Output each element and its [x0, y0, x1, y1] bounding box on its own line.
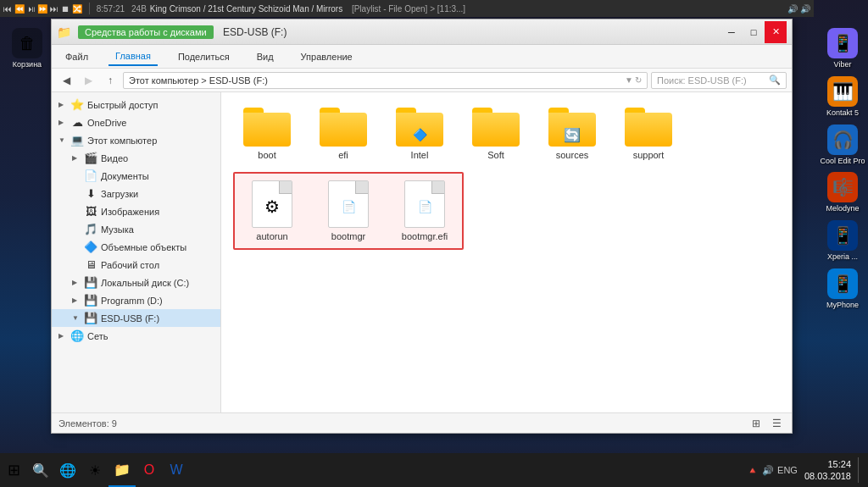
taskbar-clock[interactable]: 15:24 08.03.2018 — [804, 458, 851, 483]
address-path[interactable]: Этот компьютер > ESD-USB (F:) ▼ ↻ — [123, 72, 648, 89]
files-area: boot efi — [221, 92, 792, 412]
task-view-button[interactable]: ☀ — [81, 453, 108, 487]
view-controls: ⊞ ☰ — [748, 416, 785, 431]
sidebar-item-downloads[interactable]: ⬇ Загрузки — [52, 185, 220, 202]
dropdown-arrow-icon[interactable]: ▼ — [625, 75, 633, 85]
desktop-icon-kontakt[interactable]: 🎹 Kontakt 5 — [819, 76, 866, 118]
file-item-autorun[interactable]: ⚙ autorun — [238, 177, 306, 245]
sidebar-item-diskd[interactable]: ▶ 💾 Programm (D:) — [52, 291, 220, 309]
sidebar-item-3dobjects[interactable]: 🔷 Объемные объекты — [52, 238, 220, 256]
up-button[interactable]: ↑ — [101, 71, 120, 90]
file-item-bootmgr[interactable]: 📄 bootmgr — [314, 177, 382, 245]
maximize-button[interactable]: □ — [743, 21, 765, 43]
expand-icon: ▼ — [72, 314, 81, 322]
media-bar: ⏮ ⏪ ⏯ ⏩ ⏭ ⏹ 🔀 8:57:21 24B King Crimson /… — [0, 0, 814, 17]
documents-icon: 📄 — [84, 169, 97, 182]
sidebar-item-esdusb[interactable]: ▼ 💾 ESD-USB (F:) — [52, 309, 220, 327]
desktop-icon-myphone[interactable]: 📱 MyPhone — [819, 268, 866, 310]
images-icon: 🖼 — [84, 205, 97, 218]
desktop-icons-area: 📱 Viber 🎹 Kontakt 5 🎧 Cool Edit Pro 🎼 Me… — [817, 21, 868, 317]
back-button[interactable]: ◀ — [57, 71, 75, 90]
file-item-soft[interactable]: Soft — [462, 104, 530, 163]
forward-button[interactable]: ▶ — [79, 71, 97, 90]
breadcrumb: Этот компьютер > ESD-USB (F:) — [129, 75, 268, 86]
video-icon: 🎬 — [84, 152, 97, 164]
search-box[interactable]: Поиск: ESD-USB (F:) 🔍 — [651, 72, 787, 89]
sidebar-item-documents[interactable]: 📄 Документы — [52, 167, 220, 185]
sidebar-item-onedrive[interactable]: ▶ ☁ OneDrive — [52, 113, 220, 131]
media-vol-controls[interactable]: 🔊 🔊 — [787, 4, 810, 14]
explorer-icon: 📁 — [57, 25, 71, 39]
efi-file-icon: 📄 — [404, 180, 445, 228]
sidebar-item-thispc[interactable]: ▼ 💻 Этот компьютер — [52, 131, 220, 149]
language-indicator[interactable]: ENG — [777, 465, 798, 475]
show-desktop-button[interactable] — [858, 457, 861, 483]
sidebar-item-diskc[interactable]: ▶ 💾 Локальный диск (C:) — [52, 274, 220, 291]
file-item-support[interactable]: support — [615, 104, 682, 163]
opera-button[interactable]: O — [136, 453, 163, 487]
expand-icon: ▶ — [72, 279, 81, 286]
file-item-bootmgrefi[interactable]: 📄 bootmgr.efi — [391, 177, 459, 245]
file-item-efi[interactable]: efi — [309, 104, 377, 163]
title-bar-ribbon-label: Средства работы с дисками ESD-USB (F:) — [78, 26, 717, 38]
tab-home[interactable]: Главная — [108, 47, 158, 66]
diskd-icon: 💾 — [84, 294, 97, 307]
settings-file-icon: ⚙ — [252, 180, 292, 228]
volume-icon[interactable]: 🔊 — [762, 465, 774, 476]
desktop-icon-melodyne[interactable]: 🎼 Melodyne — [819, 172, 866, 213]
close-button[interactable]: ✕ — [765, 21, 787, 43]
file-item-sources[interactable]: 🔄 sources — [538, 104, 606, 163]
downloads-icon: ⬇ — [84, 187, 97, 200]
melodyne-icon: 🎼 — [827, 172, 858, 202]
playlist-info: [Playlist - File Open] > [11:3...] — [352, 4, 465, 14]
desktop-icon-cooledpro[interactable]: 🎧 Cool Edit Pro — [819, 125, 866, 166]
sidebar-item-quickaccess[interactable]: ▶ ⭐ Быстрый доступ — [52, 96, 220, 113]
address-bar: ◀ ▶ ↑ Этот компьютер > ESD-USB (F:) ▼ ↻ … — [52, 69, 792, 92]
desktop-icon-xperia[interactable]: 📱 Xperia ... — [819, 220, 866, 262]
expand-icon: ▶ — [58, 332, 67, 340]
minimize-button[interactable]: ─ — [721, 21, 743, 43]
expand-icon: ▶ — [58, 119, 67, 126]
expand-icon: ▶ — [58, 101, 67, 108]
search-button[interactable]: 🔍 — [27, 453, 54, 487]
xperia-icon: 📱 — [827, 220, 858, 251]
start-button[interactable]: ⊞ — [0, 453, 27, 487]
sidebar-item-images[interactable]: 🖼 Изображения — [52, 202, 220, 220]
sidebar-item-video[interactable]: ▶ 🎬 Видео — [52, 149, 220, 167]
word-button[interactable]: W — [163, 453, 190, 487]
3dobjects-icon: 🔷 — [84, 241, 97, 253]
details-view-button[interactable]: ☰ — [768, 416, 785, 431]
folder-icon — [243, 108, 291, 147]
explorer-taskbar-button[interactable]: 📁 — [108, 453, 136, 487]
item-count: Элементов: 9 — [58, 418, 117, 429]
sidebar-item-music[interactable]: 🎵 Музыка — [52, 220, 220, 238]
sidebar-item-network[interactable]: ▶ 🌐 Сеть — [52, 327, 220, 345]
main-content: ▶ ⭐ Быстрый доступ ▶ ☁ OneDrive ▼ 💻 Этот… — [52, 92, 792, 412]
computer-icon: 💻 — [70, 134, 84, 147]
file-item-boot[interactable]: boot — [233, 104, 301, 163]
desktop-icon-viber[interactable]: 📱 Viber — [819, 28, 866, 69]
list-view-button[interactable]: ⊞ — [748, 416, 765, 431]
search-icon[interactable]: 🔍 — [769, 75, 781, 86]
refresh-icon[interactable]: ↻ — [635, 75, 642, 85]
file-item-intel[interactable]: 🔷 Intel — [386, 104, 453, 163]
tab-view[interactable]: Вид — [250, 48, 281, 65]
kontakt-icon: 🎹 — [827, 76, 858, 107]
esdusb-icon: 💾 — [84, 312, 97, 324]
sidebar-item-desktop[interactable]: 🖥 Рабочий стол — [52, 256, 220, 274]
folder-icon: 🔷 — [396, 108, 443, 147]
recycle-icon: 🗑 — [12, 28, 42, 58]
tab-manage[interactable]: Управление — [294, 48, 359, 65]
cooled-icon: 🎧 — [827, 125, 858, 155]
tab-file[interactable]: Файл — [58, 48, 95, 65]
media-controls[interactable]: ⏮ ⏪ ⏯ ⏩ ⏭ ⏹ 🔀 — [3, 4, 82, 14]
onedrive-icon: ☁ — [70, 116, 84, 129]
cortana-button[interactable]: 🌐 — [54, 453, 81, 487]
tab-share[interactable]: Поделиться — [171, 48, 236, 65]
desktop-icon-recyclebin[interactable]: 🗑 Корзина — [3, 28, 51, 69]
network-tray-icon[interactable]: 🔺 — [747, 465, 759, 476]
expand-icon: ▼ — [58, 136, 67, 144]
network-icon: 🌐 — [70, 329, 84, 342]
expand-icon: ▶ — [72, 296, 81, 304]
title-bar: 📁 Средства работы с дисками ESD-USB (F:)… — [52, 19, 792, 45]
